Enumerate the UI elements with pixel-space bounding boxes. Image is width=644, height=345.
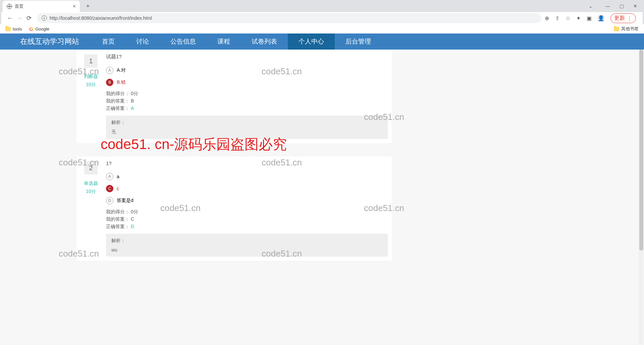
nav-item[interactable]: 个人中心 <box>288 33 335 50</box>
update-button[interactable]: 更新 ⋮ <box>610 13 636 23</box>
close-window-icon[interactable]: ✕ <box>633 3 637 9</box>
bookmark-google[interactable]: G Google <box>29 26 49 32</box>
analysis-box: 解析：无 <box>106 116 388 139</box>
brand[interactable]: 在线互动学习网站 <box>0 37 91 47</box>
option-text: c <box>117 186 119 191</box>
reload-button[interactable]: ⟳ <box>24 13 34 23</box>
option-badge: A <box>106 173 113 180</box>
question-body: 试题1?AA.对BB.错我的得分：0分我的答案：B正确答案：A解析：无 <box>101 54 388 139</box>
window-controls: ⌄ — ▢ ✕ <box>589 3 644 9</box>
close-icon[interactable]: × <box>73 3 76 9</box>
back-button[interactable]: ← <box>5 13 15 23</box>
my-answer-row: 我的答案：B <box>106 98 388 104</box>
my-score-row: 我的得分：0分 <box>106 209 388 215</box>
sidepanel-icon[interactable]: ▣ <box>587 15 592 21</box>
question-title: 试题1? <box>106 54 388 60</box>
option[interactable]: D答案是d <box>106 197 388 204</box>
url-text: http://localhost:8080/zaixianxuexi/front… <box>50 15 152 21</box>
option-text: B.错 <box>117 79 126 85</box>
question-number: 2 <box>84 161 98 175</box>
address-bar: ← → ⟳ i http://localhost:8080/zaixianxue… <box>1 12 643 24</box>
extensions-icon[interactable]: ✦ <box>576 15 581 21</box>
zoom-icon[interactable]: ⊕ <box>545 15 549 21</box>
option-badge: D <box>106 197 113 204</box>
nav-item[interactable]: 试卷列表 <box>241 33 288 50</box>
my-answer-row: 我的答案：C <box>106 216 388 222</box>
option[interactable]: Aa <box>106 173 388 180</box>
bookmark-tools[interactable]: tools <box>5 26 22 31</box>
nav-item[interactable]: 后台管理 <box>335 33 382 50</box>
nav-item[interactable]: 首页 <box>91 33 125 50</box>
bookmark-other[interactable]: 其他书签 <box>614 26 639 32</box>
scrollbar-thumb[interactable] <box>639 50 643 251</box>
option[interactable]: BB.错 <box>106 79 388 86</box>
info-icon[interactable]: i <box>42 15 47 21</box>
minimize-icon[interactable]: — <box>605 3 610 9</box>
forward-button[interactable]: → <box>15 13 24 23</box>
option-text: 答案是d <box>117 198 133 204</box>
question-type: 单选题 <box>80 181 101 187</box>
option-badge: A <box>106 67 113 74</box>
question-title: 1? <box>106 160 388 166</box>
analysis-label: 解析： <box>111 238 382 244</box>
toolbar-right: ⊕ ⇪ ☆ ✦ ▣ 👤 更新 ⋮ <box>545 13 639 23</box>
question-type: 判断题 <box>80 74 101 80</box>
question-sidebar: 2单选题10分 <box>80 160 101 257</box>
folder-icon <box>5 27 11 31</box>
question-score: 10分 <box>80 82 101 88</box>
option[interactable]: Cc <box>106 185 388 192</box>
question-body: 1?AaCcD答案是d我的得分：0分我的答案：C正确答案：D解析：wu <box>101 160 388 257</box>
my-score-row: 我的得分：0分 <box>106 91 388 97</box>
tab-title: 首页 <box>15 3 23 9</box>
question-card: 1判断题10分试题1?AA.对BB.错我的得分：0分我的答案：B正确答案：A解析… <box>76 50 392 143</box>
question-score: 10分 <box>80 189 101 195</box>
browser-tab[interactable]: 首页 × <box>3 1 80 12</box>
bookmark-bar: tools G Google 其他书签 <box>0 24 644 33</box>
new-tab-button[interactable]: + <box>83 1 93 11</box>
url-input[interactable]: i http://localhost:8080/zaixianxuexi/fro… <box>37 13 541 23</box>
option-text: A.对 <box>117 67 126 73</box>
share-icon[interactable]: ⇪ <box>555 15 559 21</box>
correct-answer-row: 正确答案：D <box>106 224 388 230</box>
analysis-label: 解析： <box>111 120 382 126</box>
analysis-box: 解析：wu <box>106 234 388 257</box>
answer-summary: 我的得分：0分我的答案：C正确答案：D <box>106 209 388 230</box>
star-icon[interactable]: ☆ <box>566 15 570 21</box>
analysis-text: 无 <box>111 129 382 135</box>
nav-item[interactable]: 公告信息 <box>160 33 207 50</box>
answer-summary: 我的得分：0分我的答案：B正确答案：A <box>106 91 388 112</box>
nav-item[interactable]: 课程 <box>207 33 241 50</box>
question-sidebar: 1判断题10分 <box>80 54 101 139</box>
nav-item[interactable]: 讨论 <box>125 33 160 50</box>
option[interactable]: AA.对 <box>106 67 388 74</box>
site-nav: 在线互动学习网站 首页讨论公告信息课程试卷列表个人中心后台管理 <box>0 33 644 50</box>
google-icon: G <box>29 26 33 32</box>
analysis-text: wu <box>111 247 382 253</box>
page-body: 1判断题10分试题1?AA.对BB.错我的得分：0分我的答案：B正确答案：A解析… <box>0 50 644 345</box>
correct-answer-row: 正确答案：A <box>106 106 388 112</box>
question-number: 1 <box>84 54 98 68</box>
browser-chrome: 首页 × + ⌄ — ▢ ✕ ← → ⟳ i http://localhost:… <box>0 0 644 33</box>
chevron-down-icon[interactable]: ⌄ <box>589 3 593 9</box>
folder-icon <box>614 27 619 31</box>
tab-bar: 首页 × + ⌄ — ▢ ✕ <box>0 0 644 12</box>
maximize-icon[interactable]: ▢ <box>620 3 624 9</box>
option-text: a <box>117 174 119 179</box>
more-icon: ⋮ <box>627 15 632 21</box>
question-card: 2单选题10分1?AaCcD答案是d我的得分：0分我的答案：C正确答案：D解析：… <box>76 156 392 261</box>
option-badge: B <box>106 79 113 86</box>
globe-icon <box>7 4 12 9</box>
profile-icon[interactable]: 👤 <box>598 15 604 21</box>
option-badge: C <box>106 185 113 192</box>
